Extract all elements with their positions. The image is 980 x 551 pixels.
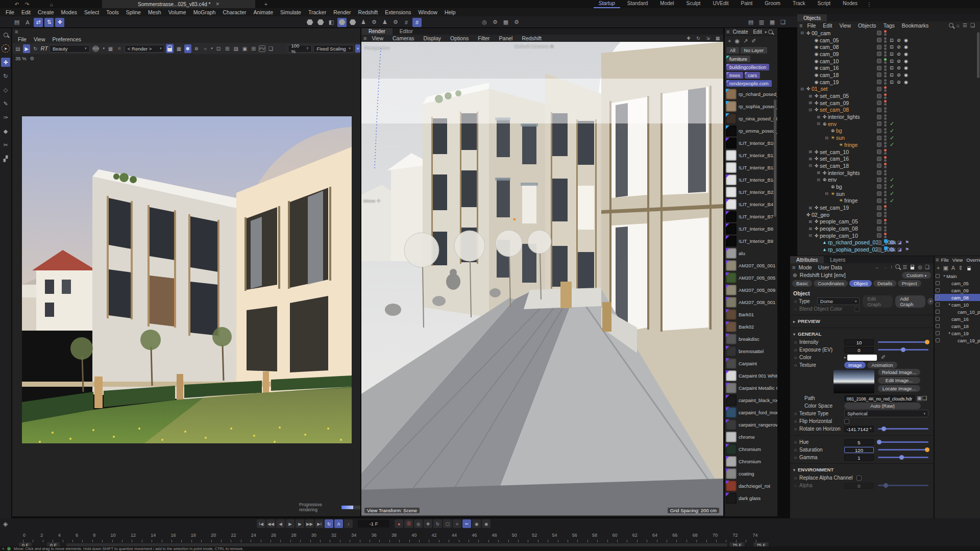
slider-track[interactable] — [878, 341, 928, 343]
chevron-right-icon[interactable]: ▸ — [765, 30, 767, 34]
compare-ab-icon[interactable]: ▨ — [232, 44, 239, 53]
toolbar-icon[interactable]: ⇅ — [44, 18, 54, 27]
object-tree-row[interactable]: ⊞ ✜ people_cam_05 — [797, 218, 980, 226]
vp-menu-redshift[interactable]: Redshift — [518, 35, 546, 41]
objects-scrollbar[interactable] — [977, 32, 979, 78]
material-item[interactable]: !LIT_Interior_B10 — [725, 137, 777, 149]
general-section[interactable]: ▾GENERAL — [790, 328, 934, 338]
back-icon[interactable]: ← — [875, 264, 880, 270]
pv-menu-item[interactable]: File — [14, 36, 30, 42]
hdr-texture-preview[interactable] — [834, 370, 874, 393]
layout-icon[interactable]: ❏ — [778, 18, 788, 27]
material-item[interactable]: !LIT_Interior_B12 — [725, 149, 777, 161]
layer-color-chip[interactable] — [877, 108, 881, 112]
layer-color-chip[interactable] — [877, 184, 881, 189]
takes-menu-override[interactable]: Override — [965, 257, 980, 263]
up-icon[interactable]: ↑ — [890, 264, 893, 270]
transport-button[interactable]: ▶ — [296, 519, 304, 528]
layer-color-chip[interactable] — [877, 94, 881, 98]
close-tab-icon[interactable]: ✕ — [215, 2, 219, 7]
object-tree-row[interactable]: ◉ cam_10 ⊡ ⊘ ◉ — [797, 58, 980, 65]
layer-color-chip[interactable] — [877, 59, 881, 63]
visibility-dots[interactable] — [884, 170, 887, 176]
menu-item[interactable]: Mesh — [144, 9, 165, 16]
material-item[interactable]: Carpaint 001 Whit — [725, 369, 777, 382]
viewport-nav-icon[interactable]: ↻ — [695, 35, 702, 42]
material-item[interactable]: carpaint_rangerov — [725, 418, 777, 431]
expand-toggle[interactable]: ⊟ — [799, 87, 805, 91]
visibility-dots[interactable] — [884, 114, 887, 120]
workspace-tab[interactable]: Startup — [594, 0, 620, 8]
redo-icon[interactable]: ↷ — [22, 0, 32, 8]
search-icon[interactable] — [768, 30, 773, 34]
filter-button[interactable]: No Layer — [741, 47, 768, 54]
visibility-dots[interactable] — [884, 226, 887, 232]
workspace-tab[interactable]: Standard — [622, 0, 653, 8]
object-tree-row[interactable]: ⊕ bg ✓ — [797, 128, 980, 135]
mirror-tool-icon[interactable]: ▞ — [1, 154, 10, 163]
folder-icon[interactable]: ▣ — [917, 395, 922, 402]
toolbar-icon[interactable]: ▤ — [12, 18, 21, 27]
expand-toggle[interactable]: ⊞ — [807, 101, 813, 105]
animation-palette-icon[interactable]: ◈ — [3, 520, 8, 528]
obj-menu-file[interactable]: File — [803, 22, 819, 29]
visibility-dots[interactable] — [884, 93, 887, 99]
search-icon[interactable] — [895, 264, 900, 269]
record-button[interactable]: Ⓐ — [404, 519, 413, 528]
render-toolbar-icon[interactable]: ⚙ — [391, 18, 400, 27]
object-tree-row[interactable]: ☀ fringe ✓ — [797, 197, 980, 205]
workspace-tab[interactable]: UVEdit — [707, 0, 733, 8]
preset-dropdown[interactable]: Custom ▾ — [902, 272, 931, 279]
object-tags[interactable]: ⊡ ⊘ ◉ — [890, 72, 909, 78]
expand-toggle[interactable]: ⊟ — [824, 136, 829, 140]
layer-color-chip[interactable] — [877, 206, 881, 210]
material-item[interactable]: rp_emma_posed_0 — [725, 124, 777, 137]
visibility-dots[interactable] — [884, 100, 887, 106]
object-tree-row[interactable]: ◉ cam_09 ⊡ ⊘ ◉ — [797, 51, 980, 58]
material-item[interactable]: !LIT_Interior_B4 — [725, 198, 777, 210]
visibility-dots[interactable] — [884, 58, 887, 64]
render-toolbar-icon[interactable]: # — [412, 18, 422, 27]
menu-item[interactable]: Tools — [103, 9, 122, 16]
object-tree-row[interactable]: ⊞ ✜ people_cam_08 — [797, 225, 980, 232]
toolbar-icon[interactable]: ⚙ — [512, 18, 521, 27]
visibility-dots[interactable] — [884, 65, 887, 71]
circle-select-icon[interactable]: ○ — [202, 44, 209, 53]
object-tags[interactable]: ⊡ ⊘ ◉ — [890, 52, 909, 57]
vp-menu-filter[interactable]: Filter — [474, 35, 494, 41]
layer-color-chip[interactable] — [877, 31, 881, 35]
layer-color-chip[interactable] — [877, 163, 881, 168]
value-input[interactable]: 0 — [844, 483, 874, 489]
object-tags[interactable]: ✓ — [890, 120, 895, 127]
timeline-tickmarks[interactable] — [23, 540, 758, 542]
take-row[interactable]: cam_05 — [935, 280, 980, 287]
flip-horizontal-checkbox[interactable] — [844, 419, 849, 424]
takes-hamburger-icon[interactable]: ≡ — [936, 257, 939, 263]
object-tags[interactable]: ✓ — [890, 128, 895, 134]
scale-tool-icon[interactable]: ◇ — [1, 85, 10, 94]
material-item[interactable]: carpaint_black_roo — [725, 394, 777, 406]
lock-icon[interactable] — [910, 264, 915, 270]
home-icon[interactable]: ⌂ — [47, 0, 56, 8]
transport-button[interactable]: A — [334, 519, 343, 528]
value-input[interactable]: 1 — [844, 455, 874, 461]
layer-color-chip[interactable] — [877, 80, 881, 84]
more-tools-icon[interactable]: » — [355, 44, 360, 53]
visibility-dots[interactable] — [884, 239, 888, 246]
tab-layers[interactable]: Layers — [824, 256, 851, 263]
vp-menu-options[interactable]: Options — [446, 35, 473, 41]
take-row[interactable]: ▾ cam_10 — [935, 301, 980, 308]
material-item[interactable]: breakdisc — [725, 333, 777, 345]
render-toolbar-icon[interactable]: ◧ — [327, 18, 336, 27]
object-tree-row[interactable]: ⊟ ☀ sun ✓ — [797, 134, 980, 141]
object-tree-row[interactable]: ◉ cam_05 ⊡ ⊘ ◉ — [797, 37, 980, 44]
object-tree-row[interactable]: ⊟ ⊕ env ✓ — [797, 120, 980, 128]
layer-color-chip[interactable] — [877, 191, 881, 196]
viewport-hamburger-icon[interactable]: ≡ — [363, 35, 366, 41]
colorspace-button[interactable]: Auto (Raw) — [844, 403, 921, 409]
object-tree-row[interactable]: ◉ cam_18 ⊡ ⊘ ◉ — [797, 71, 980, 79]
layer-color-chip[interactable] — [877, 38, 881, 42]
object-tags[interactable]: ✓ — [890, 141, 895, 148]
layer-color-chip[interactable] — [877, 149, 881, 154]
value-input[interactable]: -141.7142 ° — [844, 426, 874, 432]
